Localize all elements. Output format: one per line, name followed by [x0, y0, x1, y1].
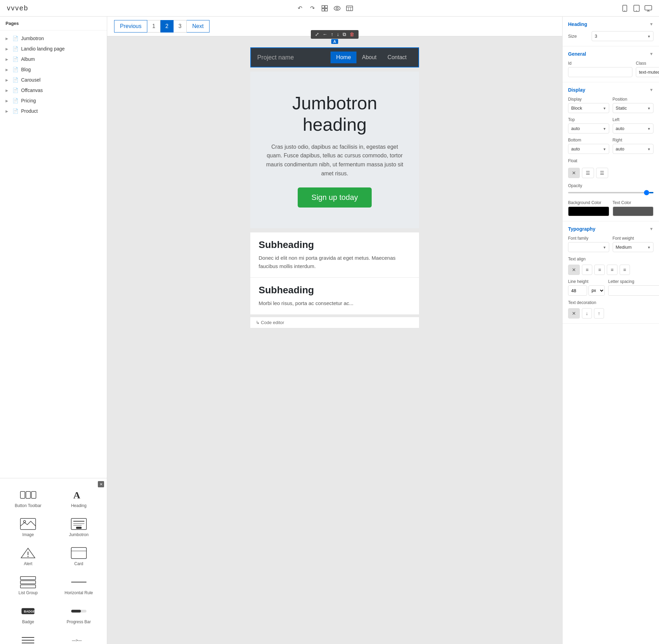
down-icon[interactable]: ↓ — [335, 31, 341, 37]
page-item-offcanvas[interactable]: ▶ 📄 Offcanvas — [0, 85, 107, 95]
left-icon[interactable]: ← — [321, 31, 329, 37]
delete-icon[interactable]: 🗑 — [348, 31, 356, 37]
signup-button[interactable]: Sign up today — [298, 187, 372, 208]
float-right-btn[interactable]: ☰ — [596, 168, 608, 178]
component-breadcrumbs[interactable]: —>— Breadcrumbs — [55, 631, 103, 644]
align-justify-btn[interactable]: ≡ — [620, 265, 630, 275]
navbar-link-home[interactable]: Home — [331, 52, 356, 63]
deco-overline-btn[interactable]: ↑ — [594, 308, 604, 319]
font-weight-select[interactable]: Medium Light Bold — [613, 242, 654, 252]
text-color-swatch[interactable] — [613, 206, 654, 216]
panel-general-header[interactable]: General ▼ — [568, 51, 653, 57]
component-label: Progress Bar — [67, 619, 91, 624]
page-item-carousel[interactable]: ▶ 📄 Carousel — [0, 75, 107, 85]
float-none-btn[interactable]: ✕ — [568, 168, 580, 178]
size-row: Size 3 1 2 4 5 6 ▼ — [568, 31, 653, 41]
tab-next[interactable]: Next — [187, 20, 210, 33]
panel-typography-header[interactable]: Typography ▼ — [568, 226, 653, 232]
deco-none-btn[interactable]: ✕ — [568, 308, 580, 319]
desktop-icon[interactable] — [644, 4, 652, 12]
page-item-album[interactable]: ▶ 📄 Album — [0, 54, 107, 64]
tab-3[interactable]: 3 — [174, 20, 187, 33]
grid-icon[interactable] — [346, 5, 353, 12]
letter-spacing-label: Letter spacing — [608, 279, 659, 284]
left-select[interactable]: auto — [613, 123, 654, 134]
font-family-col: Font family ▼ — [568, 236, 609, 252]
tab-previous[interactable]: Previous — [114, 20, 147, 33]
expand-arrow: ▶ — [6, 109, 10, 113]
font-weight-label: Font weight — [613, 236, 654, 241]
page-item-jumbotron[interactable]: ▶ 📄 Jumbotron — [0, 33, 107, 44]
list-group-icon — [20, 576, 36, 588]
svg-rect-1 — [325, 6, 327, 8]
line-height-input[interactable] — [568, 285, 587, 296]
navbar-link-about[interactable]: About — [356, 52, 382, 63]
undo-icon[interactable]: ↶ — [296, 5, 303, 12]
component-jumbotron[interactable]: Jumbotron — [55, 514, 103, 541]
font-family-select-wrapper: ▼ — [568, 242, 609, 252]
app-logo: vvveb — [7, 4, 28, 12]
bg-color-swatch[interactable] — [568, 206, 609, 216]
tablet-icon[interactable] — [633, 4, 640, 12]
align-left-btn[interactable]: ≡ — [582, 265, 592, 275]
component-card[interactable]: Card — [55, 543, 103, 570]
align-center-btn[interactable]: ≡ — [594, 265, 605, 275]
svg-rect-2 — [322, 9, 324, 11]
letter-spacing-input[interactable] — [608, 285, 659, 296]
panel-heading-header[interactable]: Heading ▼ — [568, 21, 653, 27]
position-select[interactable]: Static Relative Absolute Fixed — [613, 103, 654, 113]
component-horizontal-rule[interactable]: Horizontal Rule — [55, 572, 103, 599]
align-right-btn[interactable]: ≡ — [607, 265, 617, 275]
class-input[interactable] — [636, 67, 659, 77]
component-progress-bar[interactable]: Progress Bar — [55, 601, 103, 628]
float-left-btn[interactable]: ☰ — [582, 168, 594, 178]
page-item-landio[interactable]: ▶ 📄 Landio landing page — [0, 44, 107, 54]
up-icon[interactable]: ↑ — [330, 31, 335, 37]
redo-icon[interactable]: ↷ — [309, 5, 316, 12]
top-select[interactable]: auto — [568, 123, 609, 134]
tab-2[interactable]: 2 — [160, 20, 174, 33]
left-label: Left — [613, 117, 654, 122]
component-heading[interactable]: A Heading — [55, 485, 103, 512]
component-list-group[interactable]: List Group — [4, 572, 52, 599]
component-button-toolbar[interactable]: Button Toolbar — [4, 485, 52, 512]
subheading-section-1: Subheading Donec id elit non mi porta gr… — [250, 232, 419, 277]
expand-icon[interactable] — [321, 5, 328, 12]
component-nav-bar[interactable]: Nav Bar — [4, 631, 52, 644]
text-decoration-label: Text decoration — [568, 300, 596, 305]
display-select-wrapper: Block Inline Flex None ▼ — [568, 103, 609, 113]
deco-underline-btn[interactable]: ↓ — [582, 308, 592, 319]
id-input[interactable] — [568, 67, 632, 77]
card-icon — [71, 547, 87, 559]
tab-1[interactable]: 1 — [147, 20, 160, 33]
component-alert[interactable]: Alert — [4, 543, 52, 570]
move-icon[interactable]: ⤢ — [314, 31, 321, 37]
display-select[interactable]: Block Inline Flex None — [568, 103, 609, 113]
line-height-unit-select[interactable]: px em % — [588, 285, 605, 296]
line-height-label: Line height — [568, 279, 605, 284]
right-select[interactable]: auto — [613, 144, 654, 154]
pages-list: ▶ 📄 Jumbotron ▶ 📄 Landio landing page ▶ … — [0, 30, 107, 478]
panel-general-title: General — [568, 51, 586, 57]
copy-icon[interactable]: ⧉ — [341, 31, 347, 37]
navbar-link-contact[interactable]: Contact — [382, 52, 412, 63]
bottom-label: Bottom — [568, 138, 609, 142]
size-select[interactable]: 3 1 2 4 5 6 — [592, 31, 653, 41]
align-none-btn[interactable]: ✕ — [568, 265, 580, 275]
component-badge[interactable]: BADGE Badge — [4, 601, 52, 628]
component-image[interactable]: Image — [4, 514, 52, 541]
panel-display-header[interactable]: Display ▼ — [568, 87, 653, 93]
text-decoration-section: Text decoration ✕ ↓ ↑ — [568, 299, 653, 319]
eye-icon[interactable] — [334, 5, 341, 12]
close-components-button[interactable]: ✕ — [98, 481, 104, 487]
font-family-select[interactable] — [568, 242, 609, 252]
expand-arrow: ▶ — [6, 89, 10, 92]
bottom-select[interactable]: auto — [568, 144, 609, 154]
mobile-icon[interactable] — [621, 4, 629, 12]
opacity-slider[interactable] — [568, 192, 653, 193]
page-item-blog[interactable]: ▶ 📄 Blog — [0, 64, 107, 75]
progress-bar-icon — [71, 605, 87, 617]
page-item-product[interactable]: ▶ 📄 Product — [0, 106, 107, 116]
page-item-pricing[interactable]: ▶ 📄 Pricing — [0, 95, 107, 106]
component-label: Jumbotron — [69, 532, 89, 537]
